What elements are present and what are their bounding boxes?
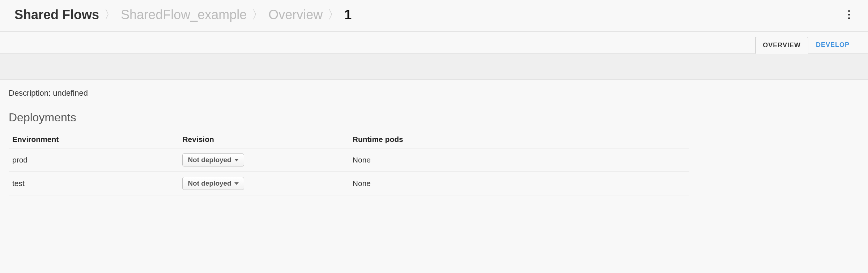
- page-header: Shared Flows 〉 SharedFlow_example 〉 Over…: [0, 0, 868, 32]
- tab-overview[interactable]: OVERVIEW: [755, 37, 808, 54]
- deployments-table: Environment Revision Runtime pods prod N…: [9, 131, 689, 195]
- dots-vertical-icon: [848, 10, 850, 12]
- tab-bar-container: OVERVIEW DEVELOP: [0, 32, 868, 54]
- breadcrumb-overview[interactable]: Overview: [268, 7, 323, 22]
- breadcrumb-root[interactable]: Shared Flows: [14, 7, 99, 22]
- chevron-right-icon: 〉: [104, 7, 116, 23]
- table-row: prod Not deployed None: [9, 148, 689, 172]
- dropdown-label: Not deployed: [188, 156, 231, 164]
- tab-develop[interactable]: DEVELOP: [808, 36, 857, 53]
- revision-dropdown[interactable]: Not deployed: [182, 177, 244, 190]
- cell-revision: Not deployed: [179, 148, 349, 172]
- breadcrumb-current: 1: [344, 7, 352, 22]
- sub-header-strip: [0, 54, 868, 80]
- main-content: Description: undefined Deployments Envir…: [0, 80, 868, 210]
- cell-revision: Not deployed: [179, 172, 349, 195]
- more-menu-button[interactable]: [844, 6, 854, 23]
- deployments-title: Deployments: [9, 111, 859, 124]
- revision-dropdown[interactable]: Not deployed: [182, 153, 244, 166]
- col-header-revision: Revision: [179, 131, 349, 148]
- dropdown-label: Not deployed: [188, 179, 231, 187]
- breadcrumb: Shared Flows 〉 SharedFlow_example 〉 Over…: [14, 7, 352, 23]
- description-text: Description: undefined: [9, 88, 859, 98]
- caret-down-icon: [234, 182, 239, 185]
- cell-runtime: None: [349, 148, 689, 172]
- cell-environment: test: [9, 172, 179, 195]
- chevron-right-icon: 〉: [328, 7, 339, 23]
- cell-runtime: None: [349, 172, 689, 195]
- col-header-runtime: Runtime pods: [349, 131, 689, 148]
- chevron-right-icon: 〉: [252, 7, 263, 23]
- caret-down-icon: [234, 159, 239, 161]
- cell-environment: prod: [9, 148, 179, 172]
- col-header-environment: Environment: [9, 131, 179, 148]
- table-row: test Not deployed None: [9, 172, 689, 195]
- breadcrumb-sharedflow[interactable]: SharedFlow_example: [121, 7, 247, 22]
- tab-bar: OVERVIEW DEVELOP: [0, 32, 868, 53]
